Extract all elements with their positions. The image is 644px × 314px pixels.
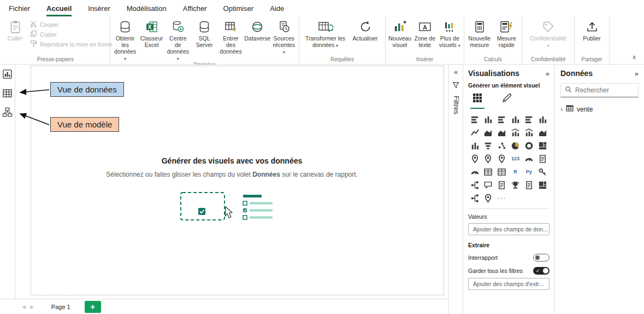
stacked-bar-chart-icon[interactable] (468, 113, 481, 125)
line-and-stacked-column-chart-icon[interactable] (509, 126, 522, 138)
build-visual-tab[interactable] (470, 91, 485, 109)
smart-narrative-icon[interactable] (495, 179, 509, 191)
power-apps-icon[interactable] (536, 179, 549, 191)
new-visual-icon (393, 20, 406, 34)
report-canvas[interactable]: Générer des visuels avec vos données Sél… (15, 65, 448, 299)
add-data-fields-well[interactable]: Ajouter des champs de don... (468, 223, 550, 235)
stacked-column-chart-icon[interactable] (482, 113, 495, 125)
model-view-button[interactable] (2, 107, 14, 119)
data-hub-button[interactable]: Centre de données ▾ (166, 18, 191, 61)
visual-gallery-icon (472, 96, 483, 105)
page-tab[interactable]: Page 1 (47, 304, 75, 310)
key-influencers-icon[interactable] (536, 166, 549, 178)
arcgis-map-icon[interactable] (482, 192, 495, 204)
treemap-icon[interactable] (536, 139, 549, 152)
matrix-icon[interactable] (495, 166, 509, 178)
excel-workbook-button[interactable]: X Classeur Excel (139, 18, 164, 48)
hundred-percent-stacked-bar-chart-icon[interactable] (522, 113, 535, 125)
add-drillthrough-fields-well[interactable]: Ajouter des champs d'extr... (468, 278, 550, 290)
funnel-chart-icon[interactable] (482, 139, 495, 152)
table-icon[interactable] (482, 166, 495, 178)
azure-map-icon[interactable] (495, 153, 509, 165)
map-icon[interactable] (468, 153, 481, 165)
clustered-column-chart-icon[interactable] (509, 113, 522, 125)
previous-page-icon[interactable]: ◀ (20, 304, 28, 310)
scatter-chart-icon[interactable] (495, 139, 509, 152)
expand-table-icon[interactable]: › (560, 106, 563, 113)
line-and-clustered-column-chart-icon[interactable] (522, 126, 535, 138)
ribbon-group-sensitivity: Confidentialité▾ Confidentialité (522, 16, 575, 64)
tab-optimiser[interactable]: Optimiser (223, 0, 254, 16)
enter-data-button[interactable]: Entrer des données (218, 18, 243, 55)
sql-server-button[interactable]: SQL Server (192, 18, 217, 48)
panel-divider (468, 208, 550, 209)
paste-button[interactable]: Coller (3, 18, 27, 42)
filled-map-icon[interactable] (482, 153, 495, 165)
table-item-vente[interactable]: › vente (560, 104, 639, 114)
new-visual-button[interactable]: Nouveau visuel (388, 18, 412, 48)
new-measure-button[interactable]: Nouvelle mesure (466, 18, 493, 48)
metrics-icon[interactable] (509, 179, 522, 191)
filters-panel-title[interactable]: Filtres (452, 96, 460, 114)
report-view-button[interactable] (2, 69, 14, 81)
collapse-ribbon-icon[interactable]: ∧ (632, 54, 636, 61)
recent-sources-button[interactable]: Sources récentes ▾ (271, 18, 297, 55)
tab-fichier[interactable]: Fichier (9, 0, 30, 16)
format-visual-tab[interactable] (500, 91, 514, 109)
ribbon-group-calculations: Nouvelle mesure Mesure rapide Calculs (464, 16, 522, 64)
r-script-visual-icon[interactable]: R (509, 166, 522, 178)
sql-server-icon (198, 20, 211, 34)
get-data-button[interactable]: Obtenir les données ▾ (113, 18, 138, 61)
collapse-visualizations-icon[interactable]: » (546, 69, 550, 78)
area-chart-icon[interactable] (482, 126, 495, 138)
cross-report-toggle[interactable]: ✓ (533, 254, 550, 261)
q-and-a-icon[interactable] (482, 179, 495, 191)
sensitivity-button[interactable]: Confidentialité▾ (526, 18, 571, 48)
more-visuals-button[interactable]: Plus de visuels ▾ (438, 18, 462, 48)
python-visual-icon[interactable]: Py (522, 166, 535, 178)
expand-filters-icon[interactable]: « (454, 68, 458, 76)
hundred-percent-stacked-column-chart-icon[interactable] (536, 113, 549, 125)
text-box-icon: A (418, 20, 432, 34)
tab-modelisation[interactable]: Modélisation (127, 0, 167, 16)
dataverse-button[interactable]: Dataverse (245, 18, 270, 42)
tab-inserer[interactable]: Insérer (88, 0, 110, 16)
decomposition-tree-icon[interactable] (468, 179, 481, 191)
data-view-button[interactable] (2, 88, 14, 100)
text-box-button[interactable]: A Zone de texte (413, 18, 436, 48)
next-page-icon[interactable]: ▶ (28, 304, 36, 310)
ribbon-chart-icon[interactable] (536, 126, 549, 138)
more-visual-types-icon[interactable]: ··· (495, 192, 509, 204)
copy-button[interactable]: Copier (30, 30, 108, 38)
table-icon (566, 104, 574, 114)
line-chart-icon[interactable] (468, 126, 481, 138)
format-painter-button[interactable]: Reproduire la mise en forme (30, 40, 108, 48)
kpi-icon[interactable] (468, 166, 481, 178)
tab-aide[interactable]: Aide (270, 0, 284, 16)
tab-accueil[interactable]: Accueil (46, 0, 72, 16)
gauge-icon[interactable] (522, 153, 535, 165)
group-label-clipboard: Presse-papiers (3, 56, 108, 64)
clustered-bar-chart-icon[interactable] (495, 113, 509, 125)
transform-data-button[interactable]: Transformer les données ▾ (303, 18, 348, 48)
refresh-icon (359, 20, 372, 34)
donut-chart-icon[interactable] (522, 139, 535, 152)
power-automate-icon[interactable] (468, 192, 481, 204)
dropdown-caret-icon: ▾ (458, 43, 460, 48)
cut-button[interactable]: Couper (30, 20, 108, 28)
multi-row-card-icon[interactable] (536, 153, 549, 165)
paginated-report-icon[interactable] (522, 179, 535, 191)
waterfall-chart-icon[interactable] (468, 139, 481, 152)
card-icon[interactable]: 123 (509, 153, 522, 165)
add-page-button[interactable]: + (85, 301, 101, 313)
search-input[interactable] (575, 86, 634, 94)
refresh-button[interactable]: Actualiser (349, 18, 382, 42)
pie-chart-icon[interactable] (509, 139, 522, 152)
quick-measure-button[interactable]: Mesure rapide (494, 18, 520, 48)
collapse-data-panel-icon[interactable]: » (635, 69, 639, 78)
tab-afficher[interactable]: Afficher (183, 0, 207, 16)
keep-all-filters-toggle[interactable]: ✓ (533, 267, 550, 275)
publish-button[interactable]: Publier (578, 18, 605, 42)
stacked-area-chart-icon[interactable] (495, 126, 509, 138)
filters-panel-collapsed: « Filtres (448, 65, 463, 314)
